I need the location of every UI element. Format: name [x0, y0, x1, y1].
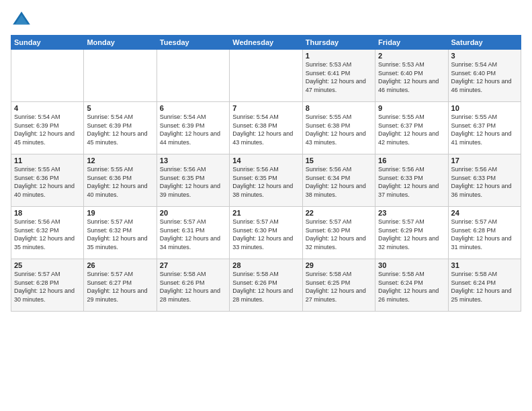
day-info: Sunrise: 5:55 AM Sunset: 6:37 PM Dayligh… — [378, 113, 445, 146]
day-cell: 16Sunrise: 5:56 AM Sunset: 6:33 PM Dayli… — [375, 154, 448, 207]
day-cell: 17Sunrise: 5:56 AM Sunset: 6:33 PM Dayli… — [448, 154, 521, 207]
day-number: 18 — [14, 209, 81, 217]
column-header-monday: Monday — [84, 36, 157, 50]
day-info: Sunrise: 5:56 AM Sunset: 6:32 PM Dayligh… — [14, 218, 81, 251]
day-cell: 30Sunrise: 5:58 AM Sunset: 6:24 PM Dayli… — [375, 259, 448, 312]
day-info: Sunrise: 5:53 AM Sunset: 6:41 PM Dayligh… — [306, 60, 372, 94]
day-cell: 29Sunrise: 5:58 AM Sunset: 6:25 PM Dayli… — [302, 259, 375, 312]
day-info: Sunrise: 5:54 AM Sunset: 6:39 PM Dayligh… — [160, 113, 226, 146]
day-cell: 14Sunrise: 5:56 AM Sunset: 6:35 PM Dayli… — [230, 154, 302, 207]
day-cell: 22Sunrise: 5:57 AM Sunset: 6:30 PM Dayli… — [302, 207, 375, 259]
day-cell: 18Sunrise: 5:56 AM Sunset: 6:32 PM Dayli… — [11, 207, 84, 259]
day-cell: 6Sunrise: 5:54 AM Sunset: 6:39 PM Daylig… — [157, 102, 229, 154]
column-header-friday: Friday — [375, 36, 448, 50]
day-number: 17 — [451, 156, 518, 165]
week-row-1: 1Sunrise: 5:53 AM Sunset: 6:41 PM Daylig… — [11, 50, 521, 102]
day-info: Sunrise: 5:57 AM Sunset: 6:32 PM Dayligh… — [87, 218, 153, 251]
day-cell: 11Sunrise: 5:55 AM Sunset: 6:36 PM Dayli… — [11, 154, 84, 207]
day-cell: 7Sunrise: 5:54 AM Sunset: 6:38 PM Daylig… — [230, 102, 302, 154]
column-header-wednesday: Wednesday — [230, 36, 302, 50]
day-cell — [230, 50, 302, 102]
day-info: Sunrise: 5:55 AM Sunset: 6:36 PM Dayligh… — [87, 165, 153, 199]
day-info: Sunrise: 5:58 AM Sunset: 6:25 PM Dayligh… — [306, 270, 372, 304]
day-info: Sunrise: 5:54 AM Sunset: 6:39 PM Dayligh… — [14, 113, 81, 146]
day-number: 7 — [232, 104, 299, 112]
day-info: Sunrise: 5:58 AM Sunset: 6:26 PM Dayligh… — [232, 270, 299, 304]
day-info: Sunrise: 5:57 AM Sunset: 6:31 PM Dayligh… — [160, 218, 226, 251]
day-cell: 5Sunrise: 5:54 AM Sunset: 6:39 PM Daylig… — [84, 102, 157, 154]
day-number: 1 — [306, 52, 372, 60]
day-info: Sunrise: 5:58 AM Sunset: 6:24 PM Dayligh… — [378, 270, 445, 304]
day-number: 12 — [87, 156, 153, 165]
day-number: 30 — [378, 261, 445, 269]
day-info: Sunrise: 5:55 AM Sunset: 6:37 PM Dayligh… — [451, 113, 518, 146]
day-cell: 3Sunrise: 5:54 AM Sunset: 6:40 PM Daylig… — [448, 50, 521, 102]
day-cell: 31Sunrise: 5:58 AM Sunset: 6:24 PM Dayli… — [448, 259, 521, 312]
day-cell: 19Sunrise: 5:57 AM Sunset: 6:32 PM Dayli… — [84, 207, 157, 259]
day-cell: 27Sunrise: 5:58 AM Sunset: 6:26 PM Dayli… — [157, 259, 229, 312]
week-row-4: 18Sunrise: 5:56 AM Sunset: 6:32 PM Dayli… — [11, 207, 521, 259]
day-number: 22 — [306, 209, 372, 217]
day-info: Sunrise: 5:55 AM Sunset: 6:38 PM Dayligh… — [306, 113, 372, 146]
column-header-tuesday: Tuesday — [157, 36, 229, 50]
day-cell: 9Sunrise: 5:55 AM Sunset: 6:37 PM Daylig… — [375, 102, 448, 154]
day-info: Sunrise: 5:58 AM Sunset: 6:24 PM Dayligh… — [451, 270, 518, 304]
day-cell: 25Sunrise: 5:57 AM Sunset: 6:28 PM Dayli… — [11, 259, 84, 312]
day-number: 5 — [87, 104, 153, 112]
day-number: 13 — [160, 156, 226, 165]
day-info: Sunrise: 5:56 AM Sunset: 6:33 PM Dayligh… — [451, 165, 518, 199]
day-cell: 26Sunrise: 5:57 AM Sunset: 6:27 PM Dayli… — [84, 259, 157, 312]
day-number: 15 — [306, 156, 372, 165]
day-info: Sunrise: 5:57 AM Sunset: 6:29 PM Dayligh… — [378, 218, 445, 251]
day-cell: 4Sunrise: 5:54 AM Sunset: 6:39 PM Daylig… — [11, 102, 84, 154]
day-info: Sunrise: 5:56 AM Sunset: 6:34 PM Dayligh… — [306, 165, 372, 199]
day-number: 10 — [451, 104, 518, 112]
logo — [11, 9, 34, 31]
week-row-3: 11Sunrise: 5:55 AM Sunset: 6:36 PM Dayli… — [11, 154, 521, 207]
column-header-saturday: Saturday — [448, 36, 521, 50]
day-cell: 1Sunrise: 5:53 AM Sunset: 6:41 PM Daylig… — [302, 50, 375, 102]
day-number: 4 — [14, 104, 81, 112]
day-info: Sunrise: 5:57 AM Sunset: 6:28 PM Dayligh… — [451, 218, 518, 251]
day-cell: 15Sunrise: 5:56 AM Sunset: 6:34 PM Dayli… — [302, 154, 375, 207]
day-info: Sunrise: 5:55 AM Sunset: 6:36 PM Dayligh… — [14, 165, 81, 199]
day-cell — [11, 50, 84, 102]
day-info: Sunrise: 5:54 AM Sunset: 6:39 PM Dayligh… — [87, 113, 153, 146]
day-number: 24 — [451, 209, 518, 217]
day-number: 29 — [306, 261, 372, 269]
day-cell: 2Sunrise: 5:53 AM Sunset: 6:40 PM Daylig… — [375, 50, 448, 102]
day-info: Sunrise: 5:57 AM Sunset: 6:30 PM Dayligh… — [232, 218, 299, 251]
day-info: Sunrise: 5:57 AM Sunset: 6:30 PM Dayligh… — [306, 218, 372, 251]
day-number: 3 — [451, 52, 518, 60]
day-number: 25 — [14, 261, 81, 269]
day-info: Sunrise: 5:53 AM Sunset: 6:40 PM Dayligh… — [378, 60, 445, 94]
week-row-5: 25Sunrise: 5:57 AM Sunset: 6:28 PM Dayli… — [11, 259, 521, 312]
day-info: Sunrise: 5:56 AM Sunset: 6:33 PM Dayligh… — [378, 165, 445, 199]
day-cell: 8Sunrise: 5:55 AM Sunset: 6:38 PM Daylig… — [302, 102, 375, 154]
day-cell — [157, 50, 229, 102]
day-cell: 12Sunrise: 5:55 AM Sunset: 6:36 PM Dayli… — [84, 154, 157, 207]
day-number: 16 — [378, 156, 445, 165]
day-number: 26 — [87, 261, 153, 269]
day-number: 9 — [378, 104, 445, 112]
day-info: Sunrise: 5:57 AM Sunset: 6:27 PM Dayligh… — [87, 270, 153, 304]
day-number: 2 — [378, 52, 445, 60]
day-cell: 20Sunrise: 5:57 AM Sunset: 6:31 PM Dayli… — [157, 207, 229, 259]
day-info: Sunrise: 5:58 AM Sunset: 6:26 PM Dayligh… — [160, 270, 226, 304]
day-cell: 28Sunrise: 5:58 AM Sunset: 6:26 PM Dayli… — [230, 259, 302, 312]
day-number: 14 — [232, 156, 299, 165]
day-number: 8 — [306, 104, 372, 112]
week-row-2: 4Sunrise: 5:54 AM Sunset: 6:39 PM Daylig… — [11, 102, 521, 154]
day-number: 21 — [232, 209, 299, 217]
day-cell — [84, 50, 157, 102]
day-number: 27 — [160, 261, 226, 269]
page: SundayMondayTuesdayWednesdayThursdayFrid… — [0, 0, 532, 411]
day-info: Sunrise: 5:54 AM Sunset: 6:40 PM Dayligh… — [451, 60, 518, 94]
column-header-sunday: Sunday — [11, 36, 84, 50]
day-info: Sunrise: 5:54 AM Sunset: 6:38 PM Dayligh… — [232, 113, 299, 146]
day-number: 28 — [232, 261, 299, 269]
day-info: Sunrise: 5:57 AM Sunset: 6:28 PM Dayligh… — [14, 270, 81, 304]
day-number: 20 — [160, 209, 226, 217]
calendar-table: SundayMondayTuesdayWednesdayThursdayFrid… — [11, 35, 521, 312]
day-info: Sunrise: 5:56 AM Sunset: 6:35 PM Dayligh… — [160, 165, 226, 199]
